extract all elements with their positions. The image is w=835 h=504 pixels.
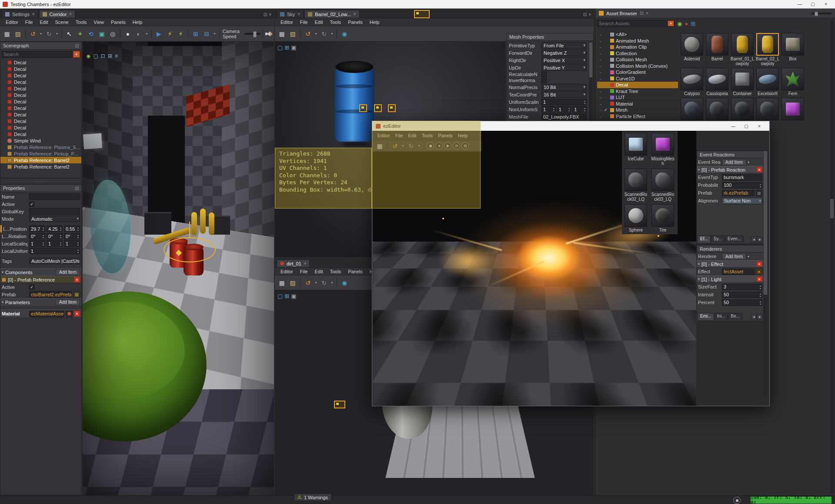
asset-tile[interactable]: IceCube — [624, 133, 648, 166]
open-icon[interactable]: ▨ — [13, 28, 23, 40]
maximize-button[interactable]: ▢ — [806, 0, 819, 8]
asset-type-item[interactable]: ✓ Animated Mesh — [597, 38, 678, 44]
asset-material-icon[interactable]: ● — [685, 20, 688, 27]
scenegraph-item[interactable]: Decal — [0, 98, 81, 105]
asset-type-item[interactable]: ✓ Collision Mesh (Convex) — [597, 63, 678, 70]
panel-float-icon[interactable]: ⊡ — [75, 186, 79, 191]
maximize-button[interactable]: ▢ — [740, 122, 753, 130]
menu-item[interactable]: Edit — [311, 19, 326, 25]
stats-icon[interactable]: ≡ — [115, 53, 118, 59]
scenegraph-item[interactable]: Simple Wind — [0, 137, 81, 144]
scaling-y-spinner[interactable]: 1 — [47, 240, 63, 247]
grid-icon[interactable]: ⊞ — [108, 53, 112, 59]
asset-tile[interactable] — [781, 98, 805, 121]
menu-item[interactable]: Help — [130, 19, 146, 25]
menu-item[interactable]: File — [297, 269, 311, 275]
menu-item[interactable]: Tools — [73, 19, 90, 25]
menu-item[interactable]: Editor — [277, 19, 296, 25]
list-caret-icon[interactable]: ▾ — [748, 160, 749, 164]
rotation-x-spinner[interactable]: 0° — [29, 233, 45, 239]
asset-type-item[interactable]: ✓ ColorGradient — [597, 69, 678, 76]
clear-asset-search-icon[interactable]: × — [668, 20, 674, 27]
mesh-properties-header[interactable]: Mesh Properties — [506, 33, 594, 41]
menu-item[interactable]: Panels — [108, 19, 129, 25]
panel-close-icon[interactable]: × — [646, 11, 648, 16]
asset-tile[interactable]: ExcelsiorII — [755, 68, 780, 96]
asset-tile[interactable]: Box — [781, 33, 805, 66]
asset-tile[interactable] — [755, 98, 780, 121]
window-titlebar[interactable]: Testing Chambers - ezEditor — ▢ × — [0, 0, 835, 9]
stats-icon[interactable]: ▣ — [291, 44, 296, 51]
undo-caret-icon[interactable]: ▾ — [314, 277, 318, 288]
menu-item[interactable]: File — [22, 19, 36, 25]
tab-close-icon[interactable]: × — [69, 12, 72, 17]
camera-icon[interactable]: ◉ — [86, 53, 90, 59]
nonuniform-x-spinner[interactable]: 1 — [541, 106, 556, 113]
properties-header[interactable]: Properties ⊡ — [0, 184, 82, 192]
panel-float-icon[interactable]: ⊡ — [640, 11, 643, 16]
scenegraph-item[interactable]: Decal — [0, 72, 81, 79]
asset-tile[interactable]: ScannedRock02_LQ — [624, 169, 648, 202]
redo-caret-icon[interactable]: ▾ — [55, 28, 60, 40]
minimize-button[interactable]: — — [793, 0, 806, 8]
browse-prefab-icon[interactable]: ▨ — [73, 291, 80, 298]
scenegraph-item[interactable]: Decal — [0, 59, 81, 66]
prefab-reaction-group[interactable]: ▾ [0] - Prefab Reaction × — [697, 166, 764, 173]
thumbnail-size-slider[interactable] — [812, 13, 832, 14]
close-dock-icon[interactable]: × — [588, 12, 591, 17]
audio-mute-icon[interactable] — [265, 31, 270, 36]
menu-item[interactable]: Panels — [345, 19, 366, 25]
nonuniform-z-spinner[interactable]: 1 — [572, 106, 587, 113]
material-asset-input[interactable]: ezMaterialAsset — [29, 311, 64, 317]
position-y-spinner[interactable]: 4.25 — [47, 225, 63, 232]
texcoord-precision-dropdown[interactable]: 16 Bit — [541, 91, 587, 98]
rotation-z-spinner[interactable]: 0° — [64, 233, 80, 239]
asset-type-item[interactable]: ✓ Kraut Tree — [597, 88, 678, 95]
menu-item[interactable]: Edit — [311, 269, 326, 275]
components-section[interactable]: ▾ Components Add Item — [0, 268, 81, 276]
forward-dir-dropdown[interactable]: Negative Z — [541, 50, 587, 56]
position-z-spinner[interactable]: 0.55 — [64, 225, 80, 232]
thumbnail-size-knob[interactable] — [815, 12, 818, 16]
globalkey-input[interactable] — [29, 208, 80, 215]
add-component-button[interactable]: Add Item — [56, 269, 80, 275]
tab-system[interactable]: Sy... — [711, 235, 725, 242]
remove-component-icon[interactable]: × — [74, 277, 80, 283]
asset-tile[interactable]: Cassiopeia — [705, 68, 729, 96]
scenegraph-item[interactable]: Decal — [0, 92, 81, 98]
scenegraph-item[interactable]: Prefab Reference: Barrel2 — [0, 163, 81, 170]
asset-tile[interactable]: Tire — [651, 204, 675, 232]
save-icon[interactable]: ▦ — [277, 28, 287, 40]
right-dir-dropdown[interactable]: Positive X — [541, 57, 587, 63]
tab-sky[interactable]: Sky × — [277, 10, 304, 18]
warnings-button[interactable]: ⚠ 1 Warnings — [294, 494, 331, 501]
asset-tile[interactable] — [705, 98, 729, 121]
clear-search-icon[interactable]: × — [73, 51, 80, 58]
open-icon[interactable]: ▨ — [287, 28, 298, 40]
grid-toggle-icon[interactable]: ⊞ — [190, 28, 201, 40]
monitor-icon[interactable]: ▢ — [93, 53, 98, 59]
render-caret-icon[interactable]: ▾ — [144, 28, 149, 40]
asset-type-item[interactable]: ✓ Mesh — [597, 107, 678, 113]
tab-close-icon[interactable]: × — [297, 12, 300, 17]
rotate-tool-icon[interactable]: ⟲ — [86, 28, 96, 40]
remove-renderer-icon[interactable]: × — [756, 261, 762, 267]
position-x-spinner[interactable]: 29.7 — [29, 225, 45, 232]
remove-reaction-icon[interactable]: × — [756, 167, 762, 172]
tab-settings[interactable]: Settings × — [2, 10, 38, 18]
save-icon[interactable]: ▦ — [277, 277, 287, 288]
grid-icon[interactable]: ⊞ — [284, 44, 289, 51]
uniform-scaling-spinner[interactable]: 1 — [541, 99, 587, 105]
scenegraph-item[interactable]: Prefab Reference: Pickup_P... — [0, 150, 81, 157]
asset-tile[interactable]: MissingMesh — [651, 133, 675, 166]
snap-toggle-icon[interactable]: ⊟ — [201, 28, 212, 40]
save-icon[interactable]: ▦ — [2, 28, 12, 40]
add-event-reaction-button[interactable]: Add Item — [722, 159, 746, 166]
tab-close-icon[interactable]: × — [354, 12, 356, 17]
tab-effect[interactable]: Ef... — [698, 235, 711, 242]
undo-icon[interactable]: ↺ — [303, 277, 313, 288]
tab-scroll-left-icon[interactable]: ◄ — [751, 314, 757, 320]
scenegraph-item[interactable]: Decal — [0, 66, 81, 72]
recalculate-normals-checkbox[interactable] — [541, 72, 547, 77]
scenegraph-item[interactable]: Prefab Reference: Barrel2 — [0, 157, 81, 163]
